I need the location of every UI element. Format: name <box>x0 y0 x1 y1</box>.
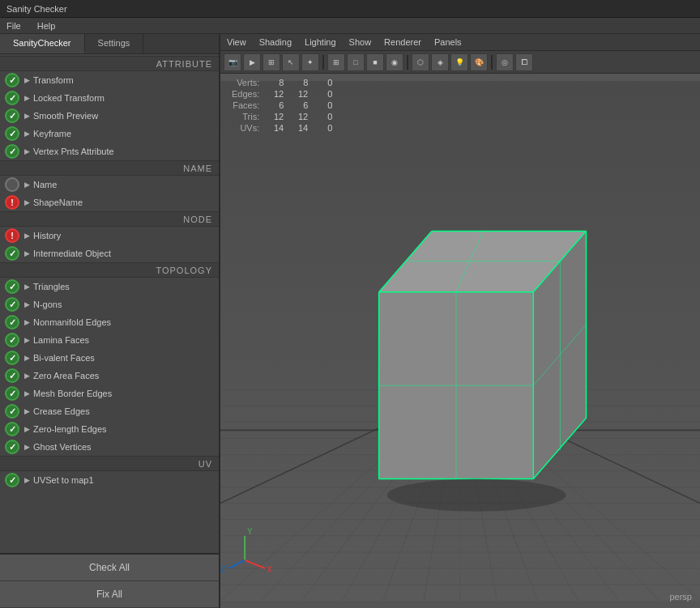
main-layout: SanityChecker Settings ATTRIBUTE ▶ Trans… <box>0 34 700 608</box>
arrow-uvset-to-map1: ▶ <box>24 476 30 484</box>
tris-val1: 12 <box>264 111 288 122</box>
status-icon-history <box>5 228 19 243</box>
tb-camera-btn[interactable]: 📷 <box>224 53 241 71</box>
section-attribute: ATTRIBUTE <box>0 56 219 71</box>
tb-light-btn[interactable]: 💡 <box>450 53 468 71</box>
vp-menu-view[interactable]: View <box>224 36 250 49</box>
tb-grid-btn[interactable]: ⊞ <box>327 53 345 71</box>
check-n-gons[interactable]: ▶ N-gons <box>0 295 219 313</box>
uvs-val2: 14 <box>288 122 313 134</box>
uvs-val1: 14 <box>264 122 288 134</box>
label-vertex-pnts: Vertex Pnts Attribute <box>33 147 114 156</box>
arrow-zero-length-edges: ▶ <box>24 425 30 433</box>
arrow-ghost-vertices: ▶ <box>24 443 30 451</box>
stats-overlay: Verts: 8 8 0 Edges: 12 12 0 Faces: 6 <box>227 77 337 134</box>
tab-settings[interactable]: Settings <box>85 34 144 53</box>
tabs: SanityChecker Settings <box>0 34 219 54</box>
check-smooth-preview[interactable]: ▶ Smooth Preview <box>0 107 219 125</box>
tab-sanity-checker[interactable]: SanityChecker <box>0 34 85 53</box>
arrow-intermediate-object: ▶ <box>24 249 30 257</box>
label-nonmanifold-edges: Nonmanifold Edges <box>33 317 111 327</box>
tb-move-btn[interactable]: ✦ <box>301 53 319 71</box>
vp-menu-lighting[interactable]: Lighting <box>301 36 339 49</box>
tb-smooth-btn[interactable]: ◉ <box>386 53 403 71</box>
label-locked-transform: Locked Transform <box>33 93 105 103</box>
status-icon-locked-transform <box>5 91 19 105</box>
check-zero-length-edges[interactable]: ▶ Zero-length Edges <box>0 420 219 438</box>
arrow-crease-edges: ▶ <box>24 407 30 415</box>
edges-label: Edges: <box>227 88 264 100</box>
status-icon-lamina-faces <box>5 333 19 347</box>
check-uvset-to-map1[interactable]: ▶ UVSet to map1 <box>0 471 219 489</box>
check-all-button[interactable]: Check All <box>0 555 219 581</box>
check-transform[interactable]: ▶ Transform <box>0 71 219 89</box>
arrow-nonmanifold-edges: ▶ <box>24 318 30 326</box>
check-mesh-border-edges[interactable]: ▶ Mesh Border Edges <box>0 385 219 402</box>
arrow-bi-valent-faces: ▶ <box>24 354 30 362</box>
tb-playback-btn[interactable]: ▶ <box>243 53 261 71</box>
check-locked-transform[interactable]: ▶ Locked Transform <box>0 89 219 107</box>
status-icon-n-gons <box>5 297 19 312</box>
tb-iso-btn[interactable]: ⬡ <box>412 53 429 71</box>
arrow-triangles: ▶ <box>24 283 30 291</box>
status-icon-keyframe <box>5 126 19 141</box>
edges-val1: 12 <box>264 88 288 100</box>
vp-menu-show[interactable]: Show <box>346 36 375 49</box>
check-keyframe[interactable]: ▶ Keyframe <box>0 125 219 142</box>
tb-depth-btn[interactable]: ⧠ <box>515 53 533 71</box>
faces-val3: 0 <box>313 100 337 111</box>
tb-shade-btn[interactable]: ■ <box>366 53 384 71</box>
help-menu[interactable]: Help <box>34 21 59 31</box>
label-n-gons: N-gons <box>33 300 62 309</box>
svg-text:X: X <box>267 565 272 574</box>
viewport-menu-bar: View Shading Lighting Show Renderer Pane… <box>220 34 700 51</box>
label-mesh-border-edges: Mesh Border Edges <box>33 389 112 398</box>
status-icon-bi-valent-faces <box>5 351 19 365</box>
label-zero-area-faces: Zero Area Faces <box>33 371 99 381</box>
vp-menu-shading[interactable]: Shading <box>256 36 295 49</box>
arrow-locked-transform: ▶ <box>24 94 30 102</box>
verts-val3: 0 <box>313 77 337 88</box>
toolbar: 📷 ▶ ⊞ ↖ ✦ ⊞ □ ■ ◉ ⬡ ◈ 💡 🎨 ◎ ⧠ <box>220 51 700 74</box>
check-vertex-pnts[interactable]: ▶ Vertex Pnts Attribute <box>0 142 219 160</box>
tb-frame-btn[interactable]: ⊞ <box>262 53 280 71</box>
check-name[interactable]: ▶ Name <box>0 176 219 193</box>
label-crease-edges: Crease Edges <box>33 406 90 416</box>
tb-select-btn[interactable]: ↖ <box>282 53 300 71</box>
check-ghost-vertices[interactable]: ▶ Ghost Vertices <box>0 438 219 456</box>
tb-wire-btn[interactable]: □ <box>347 53 365 71</box>
label-triangles: Triangles <box>33 282 70 291</box>
check-lamina-faces[interactable]: ▶ Lamina Faces <box>0 331 219 349</box>
label-keyframe: Keyframe <box>33 129 71 138</box>
tb-color-btn[interactable]: 🎨 <box>470 53 488 71</box>
check-crease-edges[interactable]: ▶ Crease Edges <box>0 402 219 420</box>
arrow-keyframe: ▶ <box>24 130 30 138</box>
fix-all-button[interactable]: Fix All <box>0 581 219 608</box>
edges-val2: 12 <box>288 88 313 100</box>
label-smooth-preview: Smooth Preview <box>33 111 98 121</box>
vp-menu-renderer[interactable]: Renderer <box>381 36 425 49</box>
arrow-transform: ▶ <box>24 76 30 84</box>
status-icon-smooth-preview <box>5 108 19 123</box>
tb-xray-btn[interactable]: ◎ <box>496 53 514 71</box>
verts-label: Verts: <box>227 77 264 88</box>
check-zero-area-faces[interactable]: ▶ Zero Area Faces <box>0 367 219 385</box>
check-intermediate-object[interactable]: ▶ Intermediate Object <box>0 244 219 262</box>
arrow-vertex-pnts: ▶ <box>24 147 30 155</box>
viewport-3d[interactable]: Verts: 8 8 0 Edges: 12 12 0 Faces: 6 <box>220 74 700 608</box>
check-history[interactable]: ▶ History <box>0 227 219 244</box>
tris-label: Tris: <box>227 111 264 122</box>
check-shape-name[interactable]: ▶ ShapeName <box>0 193 219 211</box>
check-bi-valent-faces[interactable]: ▶ Bi-valent Faces <box>0 349 219 367</box>
section-name: NAME <box>0 160 219 176</box>
vp-menu-panels[interactable]: Panels <box>431 36 465 49</box>
check-nonmanifold-edges[interactable]: ▶ Nonmanifold Edges <box>0 313 219 331</box>
checker-list[interactable]: ATTRIBUTE ▶ Transform ▶ Locked Transform… <box>0 54 219 553</box>
left-panel: SanityChecker Settings ATTRIBUTE ▶ Trans… <box>0 34 220 608</box>
arrow-name: ▶ <box>24 181 30 189</box>
file-menu[interactable]: File <box>3 21 24 31</box>
tb-persp-btn[interactable]: ◈ <box>431 53 449 71</box>
title-bar: Sanity Checker <box>0 0 700 18</box>
check-triangles[interactable]: ▶ Triangles <box>0 278 219 295</box>
faces-val2: 6 <box>288 100 313 111</box>
